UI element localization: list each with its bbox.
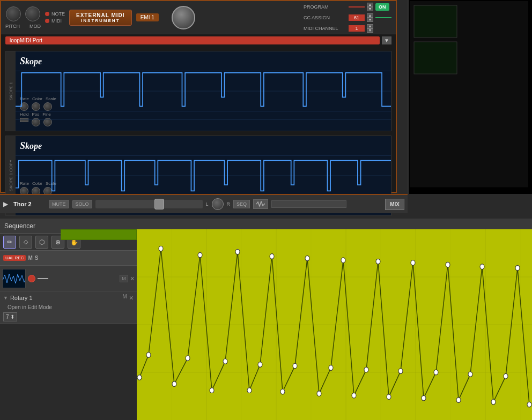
header-m-label: M: [28, 255, 32, 261]
automation-node[interactable]: [364, 367, 368, 372]
track-clip-bar[interactable]: [61, 229, 137, 240]
rotary-close-btn[interactable]: ×: [129, 294, 134, 302]
right-controls: PROGRAM ▲ ▼ ON CC ASSIGN 61 ▲ ▼ MIDI CHA…: [304, 3, 391, 33]
eraser-tool[interactable]: ◇: [19, 236, 32, 249]
midi-channel-label: MIDI CHANNEL: [304, 26, 346, 31]
mute-button[interactable]: MUTE: [49, 200, 69, 208]
automation-node[interactable]: [422, 395, 426, 401]
scope1-panel: Skope Rate Color Scale Hold Pos Fine: [16, 51, 391, 131]
rec-circle[interactable]: [28, 275, 35, 282]
program-up[interactable]: ▲: [367, 3, 373, 7]
right-panel: [408, 0, 532, 194]
automation-node[interactable]: [468, 372, 472, 377]
scope1-container: SKOPE 1 Skope Rate Color Scale Hold: [5, 51, 391, 131]
automation-node[interactable]: [329, 365, 333, 371]
cc-assign-value[interactable]: 61: [349, 14, 365, 21]
automation-node[interactable]: [398, 369, 403, 374]
solo-button[interactable]: SOLO: [72, 200, 92, 208]
cc-up[interactable]: ▲: [367, 13, 373, 18]
cc-down[interactable]: ▼: [367, 18, 373, 22]
rotary-value-stepper[interactable]: 7 ⬍: [3, 312, 17, 321]
piano-roll[interactable]: [137, 229, 532, 420]
automation-node[interactable]: [293, 363, 297, 369]
edit-mode-text[interactable]: Open in Edit Mode: [8, 304, 52, 310]
automation-node[interactable]: [480, 264, 484, 269]
automation-node[interactable]: [159, 246, 163, 251]
automation-node[interactable]: [258, 362, 262, 368]
loopmidi-dropdown[interactable]: loopMIDI Port: [5, 36, 380, 44]
automation-node[interactable]: [146, 352, 151, 358]
rotary-row: Open in Edit Mode: [3, 304, 134, 310]
rec-label: UAL REC: [5, 256, 24, 260]
automation-node[interactable]: [172, 381, 176, 387]
channel-up[interactable]: ▲: [367, 24, 373, 28]
midi-channel-value[interactable]: 1: [349, 25, 365, 32]
rec-badge: UAL REC: [3, 255, 26, 261]
fader-right-label: R: [227, 201, 231, 207]
automation-node[interactable]: [504, 373, 508, 379]
cc-on-indicator[interactable]: [375, 17, 391, 18]
track-m-btn[interactable]: M: [120, 275, 128, 282]
automation-node[interactable]: [137, 375, 142, 380]
main-dial-knob[interactable]: [172, 6, 195, 29]
select-tool[interactable]: ⬡: [35, 236, 48, 249]
track-name: Thor 2: [13, 201, 46, 207]
mod-knob[interactable]: [25, 6, 40, 21]
loopmidi-dropdown-arrow[interactable]: ▼: [382, 36, 391, 44]
automation-node[interactable]: [491, 400, 496, 405]
automation-node[interactable]: [270, 254, 274, 259]
midi-label: MIDI: [51, 18, 62, 24]
note-midi-section: NOTE MIDI: [45, 11, 65, 24]
automation-node[interactable]: [387, 394, 391, 400]
automation-node[interactable]: [352, 393, 356, 398]
scope2-sidebar-label: SKOPE 1 COPY: [8, 159, 14, 192]
seq-button[interactable]: SEQ: [233, 200, 250, 208]
automation-node[interactable]: [411, 260, 415, 266]
automation-node[interactable]: [235, 249, 240, 254]
expand-arrow[interactable]: ▼: [3, 295, 8, 301]
mix-seg-button[interactable]: [253, 199, 268, 209]
rotary-value-row: 7 ⬍: [3, 312, 134, 321]
rotary-m-btn[interactable]: M: [122, 294, 127, 302]
rotary-stepper-arrows[interactable]: ⬍: [10, 314, 14, 320]
fader-handle[interactable]: [154, 199, 164, 209]
svg-rect-8: [414, 5, 457, 38]
automation-node[interactable]: [446, 262, 450, 267]
automation-node[interactable]: [210, 388, 214, 393]
automation-node[interactable]: [515, 265, 520, 271]
track-thumbnail: [2, 269, 26, 288]
mix-button[interactable]: MIX: [385, 199, 404, 210]
pencil-tool[interactable]: ✏: [3, 236, 16, 249]
automation-node[interactable]: [434, 370, 438, 375]
midi-channel-stepper[interactable]: ▲ ▼: [367, 24, 373, 33]
scope1-sidebar: SKOPE 1: [6, 51, 16, 131]
automation-node[interactable]: [341, 258, 345, 263]
track-fader[interactable]: [95, 200, 203, 208]
cc-assign-label: CC ASSIGN: [304, 15, 346, 20]
pan-knob[interactable]: [212, 198, 224, 210]
track-fader-mini: [38, 278, 48, 279]
automation-node[interactable]: [376, 259, 380, 264]
program-value[interactable]: [349, 6, 365, 8]
automation-node[interactable]: [247, 388, 252, 393]
automation-node[interactable]: [305, 256, 309, 261]
track-close-btn[interactable]: ×: [130, 274, 135, 283]
on-button[interactable]: ON: [375, 3, 389, 11]
rotary-value: 7: [6, 314, 9, 320]
program-stepper[interactable]: ▲ ▼: [367, 3, 373, 11]
program-down[interactable]: ▼: [367, 7, 373, 11]
automation-node[interactable]: [198, 252, 202, 258]
automation-node[interactable]: [527, 402, 531, 407]
track-play-icon[interactable]: ▶: [3, 200, 8, 208]
automation-node[interactable]: [186, 356, 190, 361]
piano-roll-svg: [137, 229, 532, 420]
automation-node[interactable]: [223, 359, 227, 364]
channel-down[interactable]: ▼: [367, 28, 373, 33]
right-panel-content: [409, 0, 532, 194]
automation-node[interactable]: [280, 389, 285, 394]
scope1-waveform: [16, 51, 391, 131]
automation-node[interactable]: [456, 398, 461, 403]
automation-node[interactable]: [317, 391, 321, 396]
cc-assign-stepper[interactable]: ▲ ▼: [367, 13, 373, 22]
pitch-knob[interactable]: [6, 6, 21, 21]
